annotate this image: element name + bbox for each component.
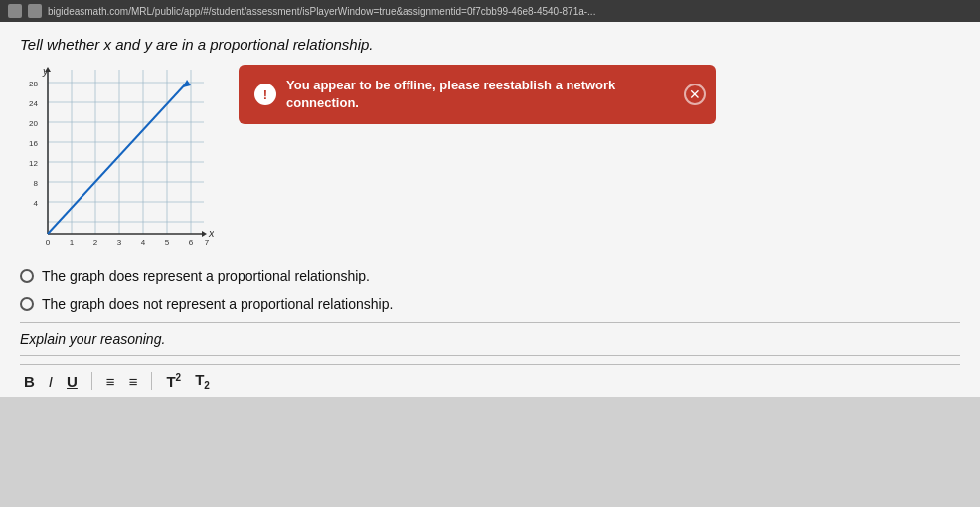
svg-text:0: 0: [46, 238, 51, 247]
svg-text:7: 7: [205, 238, 210, 247]
browser-icon: [8, 4, 22, 18]
svg-text:2: 2: [93, 238, 98, 247]
notification-text: You appear to be offline, please reestab…: [286, 77, 615, 112]
browser-icon2: [28, 4, 42, 18]
graph-area: x y 28 24 20 16 12 8 4 0 1 2 3 4 5 6 7: [20, 65, 219, 258]
svg-text:4: 4: [141, 238, 146, 247]
superscript-button[interactable]: T2: [166, 372, 181, 390]
answer-choices: The graph does represent a proportional …: [20, 268, 960, 312]
main-content: Tell whether x and y are in a proportion…: [0, 22, 980, 397]
question-text: Tell whether x and y are in a proportion…: [20, 36, 960, 53]
radio-1[interactable]: [20, 269, 34, 283]
answer-option-2-text: The graph does not represent a proportio…: [42, 296, 393, 312]
svg-text:16: 16: [29, 139, 38, 148]
underline-button[interactable]: U: [67, 373, 78, 390]
svg-text:20: 20: [29, 119, 38, 128]
svg-text:5: 5: [165, 238, 170, 247]
explain-label: Explain your reasoning.: [20, 331, 960, 347]
svg-text:4: 4: [34, 199, 39, 208]
svg-text:12: 12: [29, 159, 38, 168]
svg-text:3: 3: [117, 238, 122, 247]
svg-line-36: [48, 83, 187, 234]
svg-text:28: 28: [29, 80, 38, 88]
answer-option-1[interactable]: The graph does represent a proportional …: [20, 268, 960, 284]
content-row: x y 28 24 20 16 12 8 4 0 1 2 3 4 5 6 7: [20, 65, 960, 258]
separator-2: [20, 355, 960, 356]
answer-option-1-text: The graph does represent a proportional …: [42, 268, 370, 284]
notification-banner: ! You appear to be offline, please reest…: [239, 65, 716, 124]
notification-info-icon: !: [254, 84, 276, 105]
answer-option-2[interactable]: The graph does not represent a proportio…: [20, 296, 960, 312]
svg-text:8: 8: [34, 179, 39, 188]
notification-close-button[interactable]: ✕: [684, 84, 706, 105]
italic-button[interactable]: I: [49, 373, 53, 390]
toolbar-separator-1: [91, 372, 92, 390]
graph-svg: x y 28 24 20 16 12 8 4 0 1 2 3 4 5 6 7: [20, 65, 214, 258]
text-toolbar: B I U ≡ ≡ T2 T2: [20, 364, 960, 397]
browser-bar: bigideasmath.com/MRL/public/app/#/studen…: [0, 0, 980, 22]
svg-marker-37: [183, 80, 191, 87]
toolbar-separator-2: [151, 372, 152, 390]
subscript-button[interactable]: T2: [195, 371, 210, 391]
browser-url: bigideasmath.com/MRL/public/app/#/studen…: [48, 6, 972, 17]
svg-text:6: 6: [189, 238, 194, 247]
separator-1: [20, 322, 960, 323]
svg-text:24: 24: [29, 99, 38, 108]
svg-marker-17: [202, 231, 207, 237]
radio-2[interactable]: [20, 297, 34, 311]
list-button-2[interactable]: ≡: [129, 373, 138, 390]
bold-button[interactable]: B: [24, 373, 35, 390]
svg-text:1: 1: [70, 238, 75, 247]
list-button-1[interactable]: ≡: [106, 373, 115, 390]
